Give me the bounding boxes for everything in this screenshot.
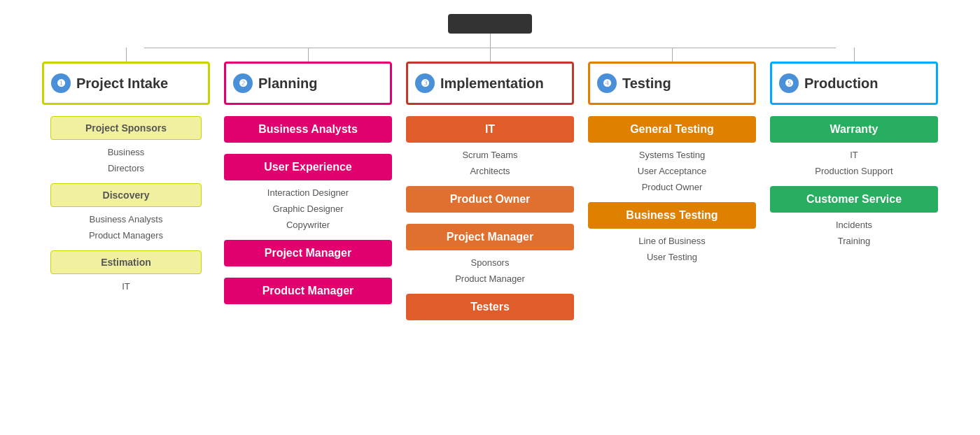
section-box-col3-2: Project Manager bbox=[406, 224, 574, 250]
list-item: User Acceptance bbox=[588, 163, 756, 179]
section-box-col3-0: IT bbox=[406, 116, 574, 143]
diagram-wrapper: ❶Project IntakeProject SponsorsBusinessD… bbox=[0, 0, 980, 345]
sub-header-col1-0: Project Sponsors bbox=[50, 116, 202, 140]
section-box-col2-1: User Experience bbox=[224, 154, 392, 180]
list-item: Sponsors bbox=[406, 255, 574, 271]
col-number-col2: ❷ bbox=[233, 73, 253, 93]
list-item: Interaction Designer bbox=[224, 185, 392, 201]
list-item: Copywriter bbox=[224, 217, 392, 233]
column-col4: ❹TestingGeneral TestingSystems TestingUs… bbox=[581, 62, 763, 325]
col-header-col5: ❺Production bbox=[770, 62, 938, 105]
section-box-col2-0: Business Analysts bbox=[224, 116, 392, 143]
sub-header-col1-1: Discovery bbox=[50, 183, 202, 207]
col-header-col3: ❸Implementation bbox=[406, 62, 574, 105]
list-item: Business bbox=[42, 144, 210, 160]
list-item: User Testing bbox=[588, 249, 756, 265]
list-item: Production Support bbox=[770, 163, 938, 179]
list-item: Training bbox=[770, 233, 938, 249]
list-item: Product Managers bbox=[42, 227, 210, 243]
col-number-col1: ❶ bbox=[51, 73, 71, 93]
list-item: IT bbox=[42, 278, 210, 294]
list-item: Directors bbox=[42, 160, 210, 176]
section-box-col2-3: Product Manager bbox=[224, 278, 392, 304]
col-number-col4: ❹ bbox=[597, 73, 617, 93]
list-item: Graphic Designer bbox=[224, 201, 392, 217]
list-item: Business Analysts bbox=[42, 211, 210, 227]
list-item: Product Owner bbox=[588, 179, 756, 195]
section-box-col3-3: Testers bbox=[406, 294, 574, 320]
section-box-col2-2: Project Manager bbox=[224, 240, 392, 266]
sub-header-col1-2: Estimation bbox=[50, 250, 202, 274]
list-item: Line of Business bbox=[588, 233, 756, 249]
list-item: Systems Testing bbox=[588, 147, 756, 163]
col-label-col2: Planning bbox=[258, 76, 317, 92]
v-root-line bbox=[490, 34, 491, 48]
column-col2: ❷PlanningBusiness AnalystsUser Experienc… bbox=[217, 62, 399, 325]
col-number-col5: ❺ bbox=[779, 73, 799, 93]
columns-row: ❶Project IntakeProject SponsorsBusinessD… bbox=[14, 62, 966, 325]
section-box-col5-0: Warranty bbox=[770, 116, 938, 143]
section-box-col4-0: General Testing bbox=[588, 116, 756, 143]
list-item: Product Manager bbox=[406, 271, 574, 287]
column-col3: ❸ImplementationITScrum TeamsArchitectsPr… bbox=[399, 62, 581, 325]
list-item: Incidents bbox=[770, 217, 938, 233]
root-box bbox=[448, 14, 532, 34]
col-label-col3: Implementation bbox=[440, 76, 544, 92]
col-header-col1: ❶Project Intake bbox=[42, 62, 210, 105]
col-label-col1: Project Intake bbox=[76, 76, 168, 92]
root-title bbox=[14, 14, 966, 34]
column-col5: ❺ProductionWarrantyITProduction SupportC… bbox=[763, 62, 945, 325]
section-box-col5-1: Customer Service bbox=[770, 186, 938, 213]
column-col1: ❶Project IntakeProject SponsorsBusinessD… bbox=[35, 62, 217, 325]
col-header-col4: ❹Testing bbox=[588, 62, 756, 105]
col-label-col5: Production bbox=[804, 76, 878, 92]
list-item: Architects bbox=[406, 163, 574, 179]
col-number-col3: ❸ bbox=[415, 73, 435, 93]
section-box-col4-1: Business Testing bbox=[588, 202, 756, 229]
col-label-col4: Testing bbox=[622, 76, 671, 92]
section-box-col3-1: Product Owner bbox=[406, 186, 574, 213]
list-item: Scrum Teams bbox=[406, 147, 574, 163]
list-item: IT bbox=[770, 147, 938, 163]
col-header-col2: ❷Planning bbox=[224, 62, 392, 105]
